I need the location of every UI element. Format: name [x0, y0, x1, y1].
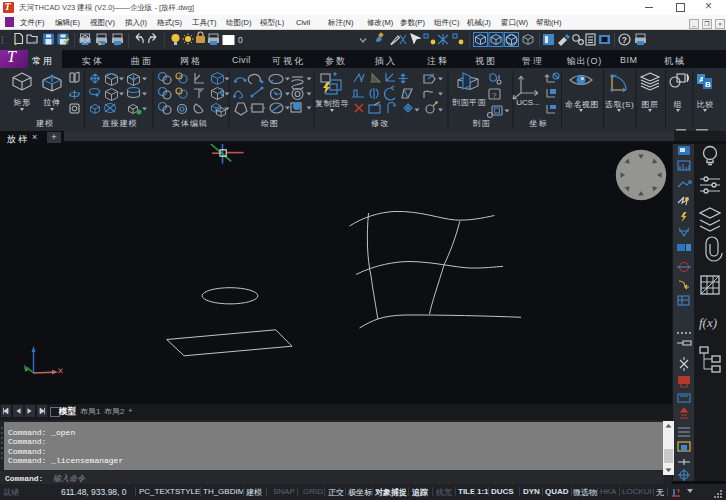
svg-text:f(x): f(x): [699, 315, 717, 330]
svg-text:B: B: [705, 80, 711, 89]
svg-text:?: ?: [622, 35, 627, 45]
svg-text:0: 0: [238, 35, 243, 45]
svg-text:?: ?: [492, 91, 497, 100]
